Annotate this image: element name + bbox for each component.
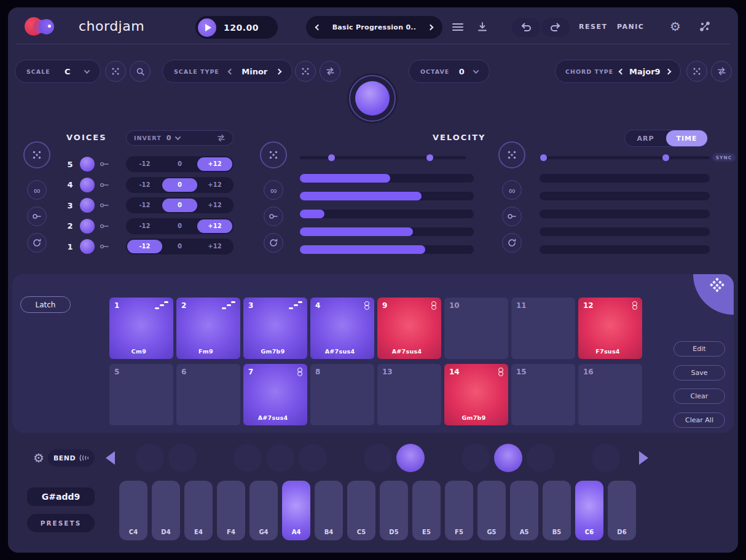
segment-option[interactable]: -12 (127, 199, 162, 212)
chevron-left-icon[interactable] (618, 68, 624, 74)
pad-14[interactable]: 14Gm7b9 (444, 364, 508, 425)
time-infinity-button[interactable]: ∞ (502, 180, 522, 200)
segment-option[interactable]: +12 (197, 178, 232, 192)
time-reset-button[interactable] (502, 233, 522, 253)
key-C6[interactable]: C6 (575, 481, 603, 540)
key-B5[interactable]: B5 (543, 481, 571, 540)
tab-time[interactable]: TIME (666, 130, 707, 146)
level-bar[interactable] (300, 227, 474, 236)
chord-type-shuffle-button[interactable] (711, 61, 732, 82)
chevron-left-icon[interactable] (227, 68, 234, 74)
pad-1[interactable]: 1Cm9 (109, 298, 173, 359)
key-F4[interactable]: F4 (217, 481, 245, 540)
invert-select[interactable]: INVERT 0 (126, 130, 234, 146)
level-bar[interactable] (540, 210, 710, 218)
key-G#5[interactable] (494, 444, 522, 472)
tab-arp[interactable]: ARP (625, 130, 666, 146)
panic-button[interactable]: PANIC (617, 23, 644, 31)
key-F#5[interactable] (461, 444, 490, 472)
reset-button[interactable]: RESET (579, 23, 607, 31)
pad-9[interactable]: 9A#7sus4 (377, 298, 441, 359)
preset-selector[interactable]: Basic Progression 0.. (306, 16, 442, 39)
clear-all-button[interactable]: Clear All (673, 412, 725, 428)
segment-option[interactable]: 0 (162, 178, 197, 192)
pad-3[interactable]: 3Gm7b9 (243, 298, 307, 359)
voice-link-icon[interactable] (100, 223, 109, 229)
segment-option[interactable]: 0 (162, 240, 197, 253)
segment-option[interactable]: +12 (197, 219, 232, 233)
chevron-down-icon[interactable] (84, 68, 90, 74)
chevron-down-icon[interactable] (175, 134, 181, 140)
time-range-slider[interactable] (540, 156, 710, 159)
export-button[interactable] (477, 22, 488, 33)
key-A#5[interactable] (527, 444, 555, 472)
level-bar[interactable] (300, 192, 474, 200)
key-D6[interactable]: D6 (608, 481, 636, 540)
segment-option[interactable]: 0 (162, 199, 197, 212)
clear-button[interactable]: Clear (673, 388, 725, 404)
level-bar[interactable] (300, 210, 474, 218)
sync-toggle[interactable]: SYNC (712, 153, 736, 162)
voice-ball[interactable] (80, 157, 95, 172)
octave-select[interactable]: OCTAVE 0 (409, 60, 490, 83)
pad-16[interactable]: 16 (578, 364, 642, 425)
voice-link-icon[interactable] (100, 202, 109, 208)
chevron-right-icon[interactable] (666, 68, 672, 74)
slider-handle[interactable] (662, 154, 669, 161)
voice-ball[interactable] (80, 239, 95, 254)
level-bar[interactable] (300, 174, 474, 183)
velocity-infinity-button[interactable]: ∞ (264, 180, 283, 200)
velocity-reset-button[interactable] (264, 233, 283, 253)
scale-type-shuffle-button[interactable] (320, 61, 340, 82)
key-G5[interactable]: G5 (477, 481, 506, 540)
segment-option[interactable]: -12 (127, 240, 162, 253)
global-randomize-button[interactable] (699, 21, 710, 34)
velocity-lock-button[interactable] (264, 207, 283, 226)
key-C5[interactable]: C5 (347, 481, 375, 540)
key-B4[interactable]: B4 (315, 481, 343, 540)
level-bar[interactable] (300, 245, 474, 254)
key-E5[interactable]: E5 (412, 481, 441, 540)
voice-link-icon[interactable] (100, 161, 109, 167)
undo-button[interactable] (512, 18, 540, 37)
level-bar[interactable] (540, 192, 710, 200)
play-button[interactable] (198, 18, 216, 37)
latch-button[interactable]: Latch (20, 296, 71, 313)
level-bar[interactable] (540, 227, 710, 236)
key-A#4[interactable] (299, 444, 327, 472)
scale-detect-button[interactable] (130, 61, 151, 82)
segment-option[interactable]: -12 (127, 157, 162, 171)
key-A4[interactable]: A4 (282, 481, 310, 540)
key-G#4[interactable] (266, 444, 294, 472)
pad-11[interactable]: 11 (511, 298, 575, 359)
segment-option[interactable]: +12 (197, 199, 232, 212)
key-D4[interactable]: D4 (152, 481, 180, 540)
segment-option[interactable]: 0 (162, 157, 197, 171)
key-C#6[interactable] (592, 444, 620, 472)
scale-randomize-button[interactable] (105, 61, 126, 82)
pad-7[interactable]: 7A#7sus4 (243, 364, 307, 425)
level-bar[interactable] (540, 245, 710, 254)
scale-type-randomize-button[interactable] (295, 61, 316, 82)
key-E4[interactable]: E4 (184, 481, 213, 540)
key-F5[interactable]: F5 (445, 481, 473, 540)
voice-ball[interactable] (80, 178, 95, 192)
velocity-randomize-button[interactable] (260, 141, 287, 168)
level-bar[interactable] (540, 174, 710, 183)
preset-name[interactable]: Basic Progression 0.. (332, 23, 417, 31)
key-C#5[interactable] (364, 444, 392, 472)
pad-10[interactable]: 10 (444, 298, 508, 359)
key-D#4[interactable] (168, 444, 197, 472)
segment-option[interactable]: -12 (127, 219, 162, 233)
pad-12[interactable]: 12F7sus4 (578, 298, 642, 359)
settings-gear-icon[interactable]: ⚙ (670, 20, 681, 33)
segment-option[interactable]: -12 (127, 178, 162, 192)
key-D5[interactable]: D5 (380, 481, 408, 540)
pad-6[interactable]: 6 (176, 364, 240, 425)
voice-ball[interactable] (80, 198, 95, 213)
chevron-down-icon[interactable] (473, 68, 479, 74)
pad-15[interactable]: 15 (511, 364, 575, 425)
edit-button[interactable]: Edit (673, 341, 725, 357)
voice-ball[interactable] (80, 219, 95, 234)
time-lock-button[interactable] (502, 207, 522, 226)
